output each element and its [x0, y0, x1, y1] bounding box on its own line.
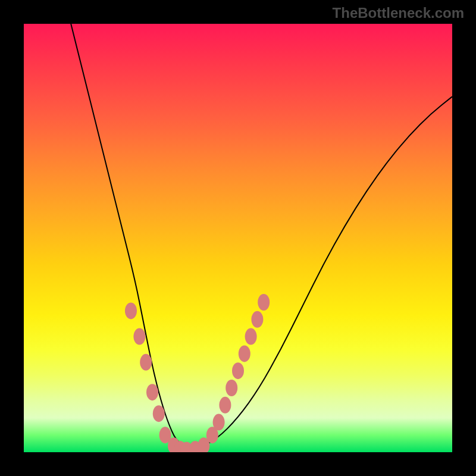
highlighted-markers [125, 294, 270, 452]
curve-marker [213, 414, 225, 431]
curve-marker [226, 380, 237, 396]
chart-svg [24, 24, 452, 452]
curve-marker [133, 328, 145, 345]
curve-marker [125, 302, 137, 319]
curve-marker [258, 294, 270, 311]
bottleneck-curve-line [71, 24, 452, 448]
curve-marker [232, 362, 244, 379]
curve-marker [251, 311, 263, 328]
curve-marker [245, 328, 257, 345]
curve-marker [140, 354, 152, 371]
curve-marker [239, 345, 250, 362]
watermark-text: TheBottleneck.com [333, 5, 464, 21]
curve-marker [153, 405, 165, 422]
curve-marker [146, 384, 158, 400]
curve-marker [219, 397, 231, 414]
plot-area [24, 24, 452, 452]
